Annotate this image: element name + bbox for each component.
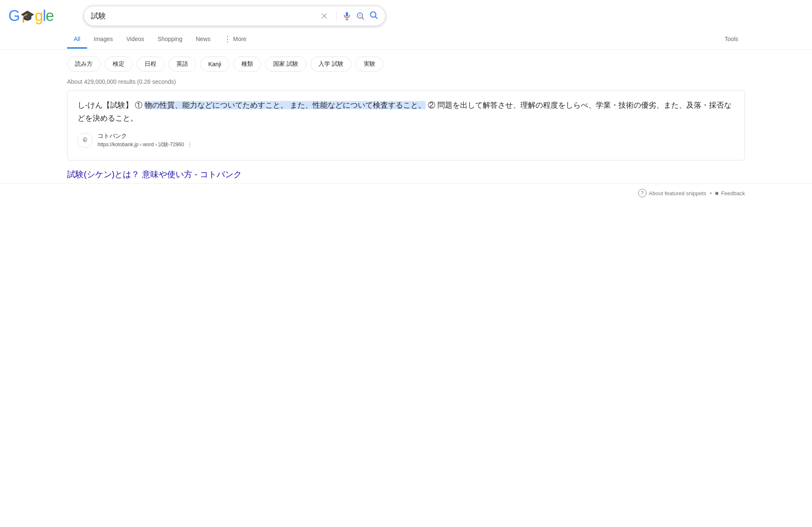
source-url: https://kotobank.jp › word › 試験-72960 ⋮ <box>98 141 192 149</box>
chip-kokka-shiken[interactable]: 国家 試験 <box>265 57 306 72</box>
clear-button[interactable] <box>318 10 330 22</box>
google-logo[interactable]: G 🎓 g l e <box>8 7 54 25</box>
result-kebab-menu[interactable]: ⋮ <box>187 141 192 149</box>
tab-news[interactable]: News <box>189 31 217 49</box>
tab-videos[interactable]: Videos <box>119 31 151 49</box>
chip-kentei[interactable]: 検定 <box>105 57 132 72</box>
search-submit-button[interactable] <box>369 10 378 21</box>
about-snippets-item[interactable]: ? About featured snippets <box>638 189 706 197</box>
logo-letter-g2: l <box>43 7 46 25</box>
chip-shurui[interactable]: 種類 <box>233 57 261 72</box>
chips-row: 読み方 検定 日程 英語 Kanji 種類 国家 試験 入学 試験 実験 <box>0 50 812 77</box>
search-bar-container: 試験 <box>84 6 385 26</box>
tab-shopping[interactable]: Shopping <box>151 31 189 49</box>
tab-all[interactable]: All <box>67 31 87 49</box>
search-bar-divider <box>336 11 336 21</box>
chip-jikken[interactable]: 実験 <box>356 57 383 72</box>
search-input[interactable]: 試験 <box>91 12 314 21</box>
logo-decoration: 🎓 <box>20 9 34 23</box>
chip-yomikata[interactable]: 読み方 <box>67 57 101 72</box>
more-dots-icon: ⋮ <box>224 34 231 44</box>
logo-letter-g: G <box>8 7 20 25</box>
source-info: コトバンク https://kotobank.jp › word › 試験-72… <box>98 131 192 149</box>
voice-search-button[interactable] <box>342 11 352 21</box>
tab-images[interactable]: Images <box>87 31 120 49</box>
result-link[interactable]: 試験(シケン)とは？ 意味や使い方 - コトバンク <box>67 169 745 180</box>
tab-more[interactable]: ⋮ More <box>217 29 253 50</box>
feedback-icon: ■ <box>715 190 718 196</box>
snippet-text: し‐けん【試験】 ① 物の性質、能力などについてためすこと。 また、性能などにつ… <box>78 99 734 124</box>
nav-tabs: All Images Videos Shopping News ⋮ More T… <box>0 29 812 50</box>
svg-rect-0 <box>346 12 348 17</box>
logo-area: G 🎓 g l e <box>8 7 75 25</box>
header: G 🎓 g l e 試験 <box>0 0 812 26</box>
featured-snippet: し‐けん【試験】 ① 物の性質、能力などについてためすこと。 また、性能などにつ… <box>67 90 745 160</box>
chip-nittei[interactable]: 日程 <box>137 57 164 72</box>
chip-nyugaku-shiken[interactable]: 入学 試験 <box>310 57 352 72</box>
logo-letter-l: e <box>46 7 54 25</box>
search-bar: 試験 <box>84 6 385 26</box>
result-source: © コトバンク https://kotobank.jp › word › 試験-… <box>78 131 734 149</box>
source-name: コトバンク <box>98 131 192 141</box>
source-favicon: © <box>78 133 93 148</box>
lens-search-button[interactable] <box>356 11 365 21</box>
help-icon: ? <box>638 189 646 197</box>
dot-separator: • <box>710 190 712 196</box>
snippet-text-part1: し‐けん【試験】 ① <box>78 101 145 109</box>
chip-kanji[interactable]: Kanji <box>200 57 229 72</box>
tab-tools[interactable]: Tools <box>718 31 745 49</box>
chip-eigo[interactable]: 英語 <box>168 57 196 72</box>
snippet-highlighted: 物の性質、能力などについてためすこと。 また、性能などについて検査すること。 <box>145 101 426 109</box>
results-meta: About 429,000,000 results (0.26 seconds) <box>0 77 812 90</box>
bottom-bar: ? About featured snippets • ■ Feedback <box>0 183 812 202</box>
logo-letter-o2: g <box>35 7 43 25</box>
feedback-item[interactable]: ■ Feedback <box>715 190 745 196</box>
